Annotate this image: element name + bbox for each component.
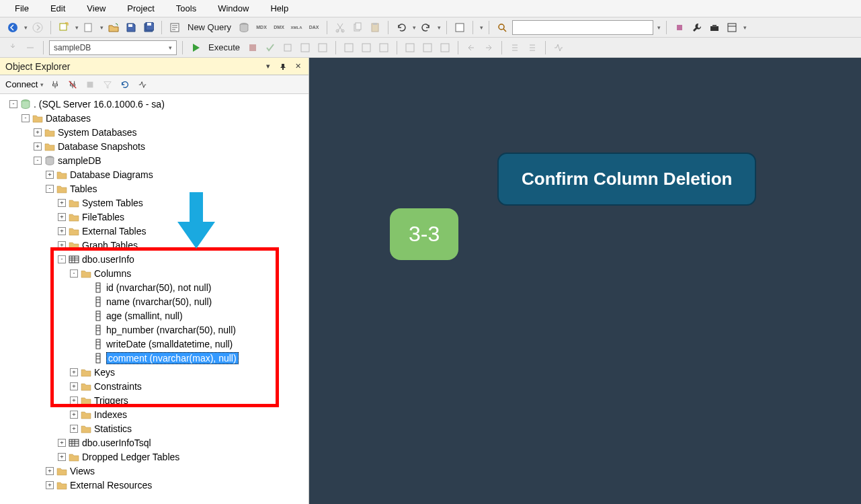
collapse-icon[interactable]: - [9,100,17,108]
xmla-button[interactable]: XMLA [289,20,304,35]
specify-values-button[interactable] [507,40,522,55]
tree-node[interactable]: +External Tables [0,224,309,238]
tree-node[interactable]: +dbo.userInfoTsql [0,435,309,450]
tree-node[interactable]: +Indexes [0,407,309,421]
execute-icon[interactable] [188,40,203,55]
tree-node[interactable]: +System Databases [0,125,309,139]
settings-button[interactable] [690,20,704,35]
collapse-icon[interactable]: - [58,255,66,263]
outdent-button[interactable] [464,40,479,55]
expand-icon[interactable]: + [46,171,54,179]
change-conn-button[interactable] [23,40,38,55]
tree-node[interactable]: +Database Diagrams [0,167,309,181]
comment-button[interactable] [403,40,417,55]
tree-node[interactable]: +Keys [0,365,309,379]
estimated-plan-button[interactable] [298,40,313,55]
expand-icon[interactable]: + [70,425,78,433]
tree-node[interactable]: age (smallint, null) [0,308,309,323]
save-all-button[interactable] [141,20,156,35]
menu-window[interactable]: Window [208,1,258,16]
tree-node[interactable]: -. (SQL Server 16.0.1000.6 - sa) [0,97,309,111]
menu-tools[interactable]: Tools [167,1,206,16]
indent2-button[interactable] [481,40,496,55]
expand-icon[interactable]: + [58,213,66,221]
pin-icon[interactable] [278,61,288,72]
tree-node[interactable]: +System Tables [0,196,309,210]
save-button[interactable] [124,20,138,35]
use-db-button[interactable] [5,40,20,55]
expand-icon[interactable]: + [34,142,42,151]
paste-button[interactable] [368,20,382,35]
layout-button[interactable] [725,20,739,35]
expand-icon[interactable]: + [46,467,54,475]
tree-node[interactable]: +External Resources [0,478,309,492]
expand-icon[interactable]: + [58,199,66,207]
dax-button[interactable]: DAX [306,20,321,35]
tree-node[interactable]: -dbo.userInfo [0,252,309,266]
tree-node[interactable]: +Constraints [0,379,309,393]
search-input[interactable] [512,20,653,35]
tree-node[interactable]: +Database Snapshots [0,139,309,153]
new-query-icon[interactable] [167,20,182,35]
copy-button[interactable] [350,20,365,35]
collapse-icon[interactable]: - [46,185,54,193]
tree-node[interactable]: id (nvarchar(50), not null) [0,280,309,294]
extensions-button[interactable] [672,20,687,35]
results-file-button[interactable] [376,40,391,55]
new-query-button[interactable]: New Query [185,22,234,32]
indent-button[interactable] [438,40,452,55]
cut-button[interactable] [333,20,347,35]
nav-back-button[interactable] [5,20,20,35]
menu-project[interactable]: Project [118,1,163,16]
filter-button[interactable] [101,79,114,91]
results-text-button[interactable] [359,40,374,55]
tree-node[interactable]: -Databases [0,111,309,125]
parse-button[interactable] [263,40,278,55]
expand-icon[interactable]: + [58,241,66,249]
expand-icon[interactable]: + [70,368,78,376]
expand-icon[interactable]: + [70,411,78,419]
tree-node[interactable]: +Triggers [0,393,309,407]
debug-button[interactable] [280,40,295,55]
stop-button[interactable] [84,79,96,91]
results-grid-button[interactable] [341,40,356,55]
expand-icon[interactable]: + [34,128,42,136]
specify-values2-button[interactable] [525,40,540,55]
expand-icon[interactable]: + [46,481,54,489]
connect-button[interactable]: Connect ▾ [5,79,44,89]
toolbox-button[interactable] [707,20,722,35]
activity-button[interactable] [136,79,149,91]
menu-edit[interactable]: Edit [41,1,75,16]
mdx-button[interactable]: MDX [254,20,269,35]
tree-node[interactable]: writeDate (smalldatetime, null) [0,337,309,351]
expand-icon[interactable]: + [58,439,66,447]
new-project-button[interactable] [56,20,71,35]
tree-node[interactable]: hp_number (nvarchar(50), null) [0,323,309,337]
menu-view[interactable]: View [77,1,115,16]
tree-node[interactable]: -Columns [0,266,309,280]
tree-node[interactable]: +Statistics [0,421,309,435]
open-button[interactable] [106,20,121,35]
query-options-button[interactable] [315,40,330,55]
properties-button[interactable] [452,20,467,35]
database-selector[interactable]: sampleDB ▾ [49,40,177,55]
menu-help[interactable]: Help [261,1,298,16]
undo-button[interactable] [394,20,409,35]
redo-button[interactable] [419,20,434,35]
close-icon[interactable]: ✕ [292,61,303,72]
nav-forward-button[interactable] [30,20,45,35]
collapse-icon[interactable]: - [22,114,30,122]
new-item-button[interactable] [81,20,96,35]
dmx-button[interactable]: DMX [272,20,286,35]
execute-button[interactable]: Execute [206,42,243,52]
tree-node[interactable]: -Tables [0,181,309,196]
tree-node[interactable]: name (nvarchar(50), null) [0,294,309,308]
tree-node[interactable]: +Dropped Ledger Tables [0,450,309,464]
db-query-button[interactable] [237,20,251,35]
expand-icon[interactable]: + [58,453,66,461]
collapse-icon[interactable]: - [34,157,42,165]
expand-icon[interactable]: + [70,382,78,390]
find-button[interactable] [495,20,509,35]
activity-monitor-button[interactable] [551,40,566,55]
connect-object-explorer-button[interactable] [49,79,61,91]
